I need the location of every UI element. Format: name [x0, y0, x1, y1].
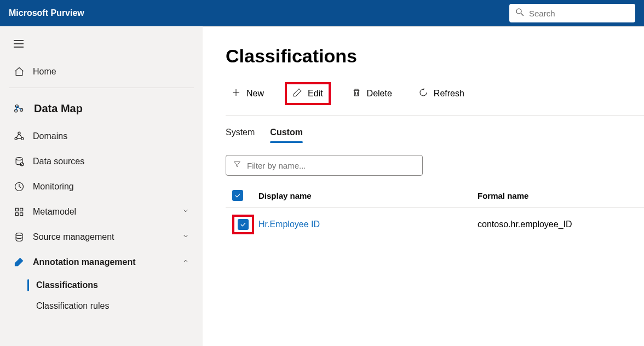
- row-select-cell[interactable]: [226, 215, 258, 234]
- sidebar-item-monitoring[interactable]: Monitoring: [9, 174, 194, 199]
- top-bar: Microsoft Purview: [0, 0, 644, 26]
- svg-rect-16: [15, 208, 18, 211]
- table-row: Hr.Employee ID contoso.hr.employee_ID: [226, 208, 644, 241]
- select-all-cell[interactable]: [226, 190, 258, 201]
- svg-point-12: [21, 137, 24, 140]
- svg-point-13: [16, 158, 22, 160]
- button-label: Refresh: [434, 89, 464, 99]
- svg-line-9: [17, 106, 21, 110]
- search-icon: [515, 7, 525, 19]
- plus-icon: [231, 88, 241, 100]
- refresh-button[interactable]: Refresh: [413, 84, 470, 103]
- svg-line-8: [16, 106, 17, 111]
- sidebar-item-annotmgmt[interactable]: Annotation management: [9, 250, 194, 275]
- sidebar-subitem-label: Classification rules: [36, 301, 109, 310]
- hamburger-button[interactable]: [9, 34, 28, 54]
- row-display-name[interactable]: Hr.Employee ID: [258, 220, 478, 229]
- column-header-display[interactable]: Display name: [258, 191, 478, 200]
- delete-button[interactable]: Delete: [346, 84, 398, 103]
- svg-rect-18: [15, 213, 18, 216]
- sidebar-item-label: Source management: [33, 232, 114, 242]
- page-title: Classifications: [226, 45, 644, 67]
- chevron-up-icon: [182, 257, 189, 267]
- table-header: Display name Formal name: [226, 190, 644, 208]
- edit-button[interactable]: Edit: [285, 82, 331, 105]
- sidebar-subitem-classifications[interactable]: Classifications: [9, 275, 194, 296]
- sidebar-item-datasources[interactable]: Data sources: [9, 149, 194, 174]
- chevron-down-icon: [182, 232, 189, 242]
- chevron-down-icon: [182, 207, 189, 217]
- domains-icon: [13, 130, 25, 142]
- new-button[interactable]: New: [226, 84, 269, 103]
- monitoring-icon: [13, 181, 25, 193]
- datamap-icon: [13, 103, 25, 115]
- highlight-frame: [232, 215, 254, 234]
- search-box[interactable]: [509, 4, 635, 22]
- filter-input[interactable]: [247, 161, 416, 170]
- sidebar-item-metamodel[interactable]: Metamodel: [9, 199, 194, 224]
- sidebar-subitem-classificationrules[interactable]: Classification rules: [9, 296, 194, 316]
- metamodel-icon: [13, 206, 25, 218]
- svg-point-10: [18, 132, 20, 134]
- svg-line-1: [521, 13, 524, 16]
- svg-point-20: [16, 233, 22, 236]
- row-formal-name: contoso.hr.employee_ID: [478, 220, 644, 229]
- sidebar-item-label: Metamodel: [33, 207, 76, 217]
- button-label: Edit: [308, 89, 323, 99]
- column-header-formal[interactable]: Formal name: [478, 191, 644, 200]
- sidebar-item-label: Monitoring: [33, 182, 74, 192]
- annotation-icon: [13, 256, 25, 268]
- sidebar-item-label: Domains: [33, 131, 67, 141]
- tab-custom[interactable]: Custom: [270, 123, 303, 143]
- svg-point-11: [15, 137, 17, 140]
- sidebar-item-domains[interactable]: Domains: [9, 124, 194, 149]
- svg-rect-19: [20, 213, 23, 216]
- trash-icon: [352, 88, 361, 100]
- main-content: Classifications New Edit Delete: [203, 26, 644, 346]
- search-input[interactable]: [529, 9, 630, 18]
- button-label: Delete: [367, 89, 392, 99]
- sidebar-item-label: Data sources: [33, 157, 84, 166]
- brand-title: Microsoft Purview: [9, 8, 84, 18]
- checkbox-checked[interactable]: [232, 190, 243, 201]
- sidebar-section-label: Data Map: [34, 102, 83, 115]
- sidebar: Home Data Map Domains Data sources: [0, 26, 203, 346]
- filter-icon: [233, 160, 242, 171]
- pencil-icon: [292, 88, 302, 100]
- divider: [9, 88, 194, 88]
- sidebar-item-label: Annotation management: [33, 257, 136, 267]
- svg-rect-17: [20, 208, 23, 211]
- sidebar-item-sourcemgmt[interactable]: Source management: [9, 224, 194, 250]
- refresh-icon: [418, 88, 428, 100]
- tab-system[interactable]: System: [226, 123, 255, 143]
- sidebar-item-home[interactable]: Home: [9, 59, 194, 84]
- tabs: System Custom: [226, 123, 644, 143]
- classifications-table: Display name Formal name Hr.Employee ID …: [226, 190, 644, 241]
- toolbar: New Edit Delete Refresh: [226, 82, 644, 116]
- svg-point-0: [516, 9, 521, 14]
- sidebar-item-label: Home: [33, 67, 56, 77]
- checkbox-checked[interactable]: [238, 219, 249, 230]
- button-label: New: [246, 89, 264, 99]
- filter-box[interactable]: [226, 155, 423, 176]
- sidebar-subitem-label: Classifications: [36, 280, 98, 290]
- sidebar-section-datamap[interactable]: Data Map: [9, 94, 194, 124]
- sourcemgmt-icon: [13, 231, 25, 243]
- datasources-icon: [13, 155, 25, 168]
- home-icon: [13, 66, 25, 78]
